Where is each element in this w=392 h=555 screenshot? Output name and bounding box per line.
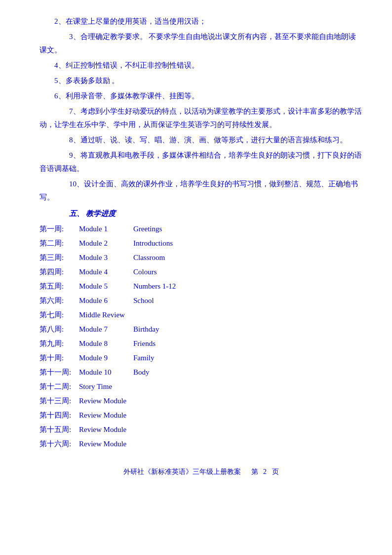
module-1: Module 2: [79, 237, 133, 250]
week-2: 第三周:: [39, 251, 79, 264]
schedule-row-12: 第十三周: Review Module: [39, 394, 362, 408]
page-content: 2、在课堂上尽量的使用英语，适当使用汉语； 3、合理确定教学要求。 不要求学生自…: [39, 15, 362, 478]
week-0: 第一周:: [39, 222, 79, 236]
module-12: Review Module: [79, 394, 133, 408]
topic-7: Birthday: [133, 323, 159, 336]
module-14: Review Module: [79, 423, 133, 436]
week-3: 第四周:: [39, 265, 79, 279]
week-8: 第九周:: [39, 337, 79, 350]
paragraph-7: 8、通过听、说、读、写、唱、游、演、画、做等形式，进行大量的语言操练和练习。: [39, 133, 362, 147]
module-8: Module 8: [79, 337, 133, 350]
week-11: 第十二周:: [39, 380, 79, 393]
schedule-row-10: 第十一周: Module 10 Body: [39, 366, 362, 379]
module-13: Review Module: [79, 409, 133, 422]
schedule-row-8: 第九周: Module 8 Friends: [39, 337, 362, 350]
module-3: Module 4: [79, 265, 133, 279]
module-10: Module 10: [79, 366, 133, 379]
module-0: Module 1: [79, 222, 133, 236]
paragraph-2: 3、合理确定教学要求。 不要求学生自由地说出课文所有内容，甚至不要求能自由地朗读…: [39, 30, 362, 57]
schedule-row-3: 第四周: Module 4 Colours: [39, 265, 362, 279]
schedule-row-11: 第十二周: Story Time: [39, 380, 362, 393]
schedule-row-6: 第七周: Middle Review: [39, 308, 362, 322]
topic-10: Body: [133, 366, 150, 379]
schedule-row-5: 第六周: Module 6 School: [39, 294, 362, 307]
week-6: 第七周:: [39, 308, 79, 322]
week-9: 第十周:: [39, 351, 79, 365]
week-10: 第十一周:: [39, 366, 79, 379]
module-4: Module 5: [79, 280, 133, 293]
week-15: 第十六周:: [39, 437, 79, 451]
week-13: 第十四周:: [39, 409, 79, 422]
topic-9: Family: [133, 351, 155, 365]
week-5: 第六周:: [39, 294, 79, 307]
topic-4: Numbers 1-12: [133, 280, 176, 293]
schedule-row-15: 第十六周: Review Module: [39, 437, 362, 451]
paragraph-5: 6、利用录音带、多媒体教学课件、挂图等。: [39, 89, 362, 103]
topic-5: School: [133, 294, 154, 307]
schedule-row-9: 第十周: Module 9 Family: [39, 351, 362, 365]
footer-page-number: 2: [263, 468, 267, 475]
module-15: Review Module: [79, 437, 133, 451]
module-6: Middle Review: [79, 308, 133, 322]
week-14: 第十五周:: [39, 423, 79, 436]
footer: 外研社《新标准英语》三年级上册教案 第 2 页: [39, 466, 362, 478]
section-title: 五、 教学进度: [39, 207, 362, 220]
module-2: Module 3: [79, 251, 133, 264]
schedule-row-1: 第二周: Module 2 Introductions: [39, 237, 362, 250]
topic-1: Introductions: [133, 237, 173, 250]
week-12: 第十三周:: [39, 394, 79, 408]
module-5: Module 6: [79, 294, 133, 307]
week-7: 第八周:: [39, 323, 79, 336]
topic-2: Classroom: [133, 251, 165, 264]
paragraph-1: 2、在课堂上尽量的使用英语，适当使用汉语；: [39, 15, 362, 28]
week-4: 第五周:: [39, 280, 79, 293]
footer-publisher: 外研社《新标准英语》三年级上册教案: [123, 468, 241, 475]
schedule-row-7: 第八周: Module 7 Birthday: [39, 323, 362, 336]
paragraph-9: 10、设计全面、高效的课外作业，培养学生良好的书写习惯，做到整洁、规范、正确地书…: [39, 177, 362, 204]
module-7: Module 7: [79, 323, 133, 336]
schedule-table: 第一周: Module 1 Greetings 第二周: Module 2 In…: [39, 222, 362, 451]
schedule-row-4: 第五周: Module 5 Numbers 1-12: [39, 280, 362, 293]
paragraph-4: 5、多表扬多鼓励 。: [39, 74, 362, 87]
schedule-row-13: 第十四周: Review Module: [39, 409, 362, 422]
footer-page-label: 第: [251, 468, 258, 475]
footer-page-suffix: 页: [272, 468, 279, 475]
schedule-row-14: 第十五周: Review Module: [39, 423, 362, 436]
topic-8: Friends: [133, 337, 156, 350]
module-11: Story Time: [79, 380, 133, 393]
topic-3: Colours: [133, 265, 157, 279]
schedule-row-2: 第三周: Module 3 Classroom: [39, 251, 362, 264]
paragraph-8: 9、将直观教具和电教手段，多媒体课件相结合，培养学生良好的朗读习惯，打下良好的语…: [39, 149, 362, 175]
topic-0: Greetings: [133, 222, 162, 236]
paragraph-6: 7、考虑到小学生好动爱玩的特点，以活动为课堂教学的主要形式，设计丰富多彩的教学活…: [39, 105, 362, 131]
week-1: 第二周:: [39, 237, 79, 250]
paragraph-3: 4、纠正控制性错误，不纠正非控制性错误。: [39, 59, 362, 72]
module-9: Module 9: [79, 351, 133, 365]
schedule-row-0: 第一周: Module 1 Greetings: [39, 222, 362, 236]
